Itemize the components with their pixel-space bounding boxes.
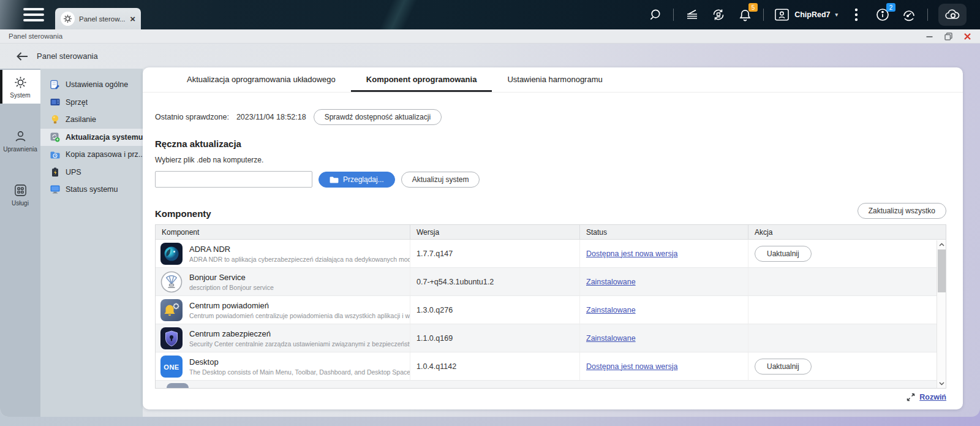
- info-icon[interactable]: 2: [875, 7, 891, 23]
- main-panel: Aktualizacja oprogramowania układowego K…: [143, 67, 963, 409]
- user-menu[interactable]: ChipRed7 ▾: [774, 8, 838, 21]
- external-device-icon[interactable]: [710, 7, 726, 23]
- bonjour-app-icon: [160, 271, 183, 293]
- component-description: description of Bonjour service: [189, 284, 274, 291]
- column-header-status[interactable]: Status: [579, 225, 748, 239]
- status-link[interactable]: Zainstalowane: [586, 278, 636, 286]
- status-link[interactable]: Zainstalowane: [586, 306, 636, 314]
- table-scrollbar[interactable]: [937, 240, 946, 388]
- scrollbar-thumb[interactable]: [938, 249, 946, 292]
- rail-item-label: Uprawnienia: [3, 146, 37, 153]
- app-tab-label: Panel sterow...: [79, 15, 126, 23]
- folder-icon: [330, 176, 339, 183]
- table-row[interactable]: Centrum powiadomień Centrum powiadomień …: [156, 296, 946, 324]
- table-row[interactable]: ADRA NDR ADRA NDR to aplikacja cyberzabe…: [156, 240, 946, 268]
- notification-center-app-icon: [160, 299, 183, 321]
- update-all-button[interactable]: Zaktualizuj wszystko: [858, 203, 946, 219]
- notifications-bell-icon[interactable]: 5: [737, 7, 753, 23]
- restore-button[interactable]: [944, 32, 952, 40]
- component-version: 1.7.7.q147: [417, 249, 453, 258]
- close-window-button[interactable]: [963, 32, 971, 40]
- sidebar-item-label: Sprzęt: [66, 98, 88, 107]
- rail-item-system[interactable]: System: [0, 70, 40, 104]
- back-arrow-icon[interactable]: [16, 51, 29, 61]
- sidebar-item-zasilanie[interactable]: Zasilanie: [40, 111, 143, 129]
- scroll-up-icon[interactable]: [937, 240, 946, 249]
- status-link[interactable]: Dostępna jest nowa wersja: [586, 362, 677, 371]
- sidebar-item-label: Zasilanie: [66, 115, 96, 124]
- topbar-divider: [927, 9, 928, 21]
- system-gear-icon: [13, 75, 28, 89]
- update-component-button[interactable]: Uaktualnij: [755, 359, 812, 375]
- components-table: Komponent Wersja Status Akcja: [155, 224, 946, 389]
- settings-sidebar: Ustawienia ogólne Sprzęt Zasilanie Aktua…: [40, 69, 143, 417]
- chevron-down-icon: ▾: [835, 12, 838, 18]
- table-row-partial: [156, 381, 946, 388]
- sidebar-item-ustawienia-ogolne[interactable]: Ustawienia ogólne: [40, 76, 143, 94]
- status-link[interactable]: Zainstalowane: [586, 334, 636, 343]
- sidebar-item-kopia-zapasowa[interactable]: Kopia zapasowa i prz...: [40, 146, 143, 164]
- table-row[interactable]: ONE Desktop The Desktop consists of Main…: [156, 352, 946, 381]
- minimize-button[interactable]: [925, 32, 933, 40]
- table-row[interactable]: Centrum zabezpieczeń Security Center cen…: [156, 324, 946, 352]
- component-description: ADRA NDR to aplikacja cyberzabezpieczeń …: [189, 256, 410, 263]
- tab-ustawienia-harmonogramu[interactable]: Ustawienia harmonogramu: [492, 67, 617, 92]
- component-version: 1.3.0.q276: [417, 306, 453, 314]
- sidebar-item-label: Status systemu: [66, 185, 118, 194]
- update-component-button[interactable]: Uaktualnij: [755, 246, 812, 262]
- file-path-input[interactable]: [155, 171, 312, 188]
- close-tab-icon[interactable]: ×: [130, 14, 135, 23]
- myqnapcloud-icon[interactable]: [938, 4, 967, 26]
- app-tab-panel-sterowania[interactable]: Panel sterow... ×: [55, 8, 141, 29]
- main-menu-icon[interactable]: [23, 8, 44, 21]
- update-system-button[interactable]: Aktualizuj system: [401, 172, 480, 188]
- rail-item-uslugi[interactable]: Usługi: [0, 178, 40, 211]
- desktop-topbar: Panel sterow... × 5 Chip: [0, 0, 980, 29]
- expand-icon[interactable]: [907, 393, 915, 401]
- system-status-icon: [50, 184, 60, 195]
- sidebar-item-sprzet[interactable]: Sprzęt: [40, 94, 143, 112]
- rail-item-label: Usługi: [12, 200, 29, 207]
- sidebar-item-ups[interactable]: UPS: [40, 164, 143, 181]
- search-icon[interactable]: [647, 7, 663, 23]
- scroll-down-icon[interactable]: [937, 379, 946, 388]
- last-checked-value: 2023/11/04 18:52:18: [236, 113, 306, 121]
- rail-item-uprawnienia[interactable]: Uprawnienia: [0, 124, 40, 158]
- component-version: 1.0.4.q1142: [417, 362, 456, 371]
- component-name: Desktop: [189, 357, 410, 367]
- sidebar-item-status-systemu[interactable]: Status systemu: [40, 181, 143, 199]
- rail-item-label: System: [10, 92, 30, 99]
- component-name: Centrum powiadomień: [189, 301, 410, 310]
- adra-ndr-app-icon: [160, 243, 183, 265]
- component-version: 0.7-+q54.3.1ubuntu1.2: [417, 278, 494, 286]
- sidebar-item-label: Kopia zapasowa i prz...: [66, 150, 143, 159]
- system-update-icon: [50, 132, 60, 142]
- status-link[interactable]: Dostępna jest nowa wersja: [586, 249, 677, 258]
- info-count-badge: 2: [886, 3, 895, 12]
- sidebar-item-aktualizacja-systemu[interactable]: Aktualizacja systemu: [40, 129, 143, 146]
- tab-aktualizacja-oprogramowania-ukladowego[interactable]: Aktualizacja oprogramowania układowego: [172, 67, 351, 92]
- browse-button[interactable]: Przeglądaj...: [318, 172, 395, 188]
- background-tasks-icon[interactable]: [684, 7, 700, 23]
- general-settings-icon: [50, 80, 60, 90]
- expand-link[interactable]: Rozwiń: [919, 393, 946, 401]
- last-checked-label: Ostatnio sprawdzone:: [155, 113, 229, 121]
- resource-monitor-icon[interactable]: [901, 7, 917, 23]
- table-row[interactable]: Bonjour Service description of Bonjour s…: [156, 268, 946, 296]
- user-icon: [13, 129, 28, 143]
- window-title: Panel sterowania: [9, 32, 62, 40]
- more-options-kebab-icon[interactable]: [848, 7, 864, 23]
- component-name: Centrum zabezpieczeń: [189, 329, 410, 338]
- component-description: The Desktop consists of Main Menu, Toolb…: [189, 368, 410, 376]
- category-rail: System Uprawnienia Usługi: [0, 69, 40, 417]
- tab-komponent-oprogramowania[interactable]: Komponent oprogramowania: [351, 67, 492, 92]
- check-updates-button[interactable]: Sprawdź dostępność aktualizacji: [314, 109, 442, 125]
- components-title: Komponenty: [155, 208, 211, 219]
- sidebar-item-label: Aktualizacja systemu: [66, 133, 143, 142]
- column-header-wersja[interactable]: Wersja: [410, 225, 579, 239]
- column-header-komponent[interactable]: Komponent: [156, 225, 410, 239]
- window-titlebar: Panel sterowania: [0, 29, 980, 44]
- column-header-akcja[interactable]: Akcja: [748, 225, 936, 239]
- sidebar-item-label: UPS: [66, 168, 81, 177]
- sidebar-item-label: Ustawienia ogólne: [66, 80, 128, 89]
